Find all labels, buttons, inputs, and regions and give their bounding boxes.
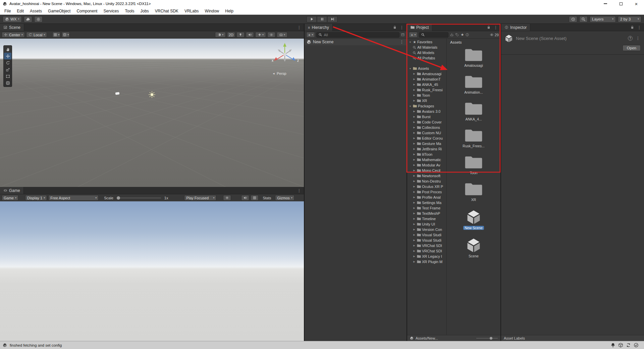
transform-tool-button[interactable]: [4, 80, 11, 86]
gizmos-dropdown[interactable]: Gizmos▾: [275, 195, 294, 201]
tree-asset-folder[interactable]: ▶ Rusk_Freesi: [407, 87, 446, 93]
menu-item[interactable]: GameObject: [45, 9, 73, 13]
window-icon[interactable]: [401, 33, 405, 37]
project-asset-item[interactable]: Scene: [465, 237, 482, 258]
hidden-items-count[interactable]: 29: [490, 33, 499, 37]
stats-toggle[interactable]: Stats: [263, 196, 271, 200]
tasks-complete-icon[interactable]: [634, 343, 639, 348]
tree-package-folder[interactable]: ▶ Collections: [407, 125, 446, 130]
status-message[interactable]: finshed fetching and set config: [10, 343, 62, 347]
tree-package-folder[interactable]: ▶ Unity UI: [407, 221, 446, 227]
directional-light-gizmo[interactable]: [148, 91, 156, 98]
display-dropdown[interactable]: Display 1▾: [25, 195, 47, 201]
tree-asset-folder[interactable]: ▶ XR: [407, 98, 446, 103]
foldout-closed-icon[interactable]: ▶: [413, 99, 416, 102]
screenshot-button[interactable]: [223, 195, 231, 201]
tree-asset-folder[interactable]: ▶ Amatousagi: [407, 71, 446, 77]
tree-favorite-item[interactable]: All Models: [407, 50, 446, 55]
foldout-closed-icon[interactable]: ▶: [413, 196, 416, 199]
play-focused-dropdown[interactable]: Play Focused▾: [184, 195, 216, 201]
tree-package-folder[interactable]: ▶ Editor Corou: [407, 136, 446, 141]
tree-asset-folder[interactable]: ▶ AnimationT: [407, 77, 446, 82]
rotate-tool-button[interactable]: [4, 59, 11, 66]
menu-item[interactable]: Tools: [122, 9, 137, 13]
mute-audio-toggle[interactable]: [241, 195, 249, 201]
foldout-closed-icon[interactable]: ▶: [413, 228, 416, 231]
favorites-filter-icon[interactable]: ★: [461, 33, 464, 37]
hierarchy-search[interactable]: [316, 32, 399, 38]
preferences-button[interactable]: [34, 16, 43, 22]
foldout-closed-icon[interactable]: ▶: [413, 72, 416, 75]
breadcrumb[interactable]: Assets/New...: [416, 336, 438, 340]
tree-package-folder[interactable]: ▶ Settings Ma: [407, 200, 446, 205]
project-asset-item[interactable]: XR: [465, 182, 483, 202]
menu-item[interactable]: Window: [202, 9, 222, 13]
tab-project[interactable]: Project: [407, 24, 432, 31]
undo-history-button[interactable]: [569, 16, 577, 22]
tree-favorites-root[interactable]: ▼ ★ Favorites: [407, 39, 446, 45]
tree-package-folder[interactable]: ▶ Avatars 3.0: [407, 109, 446, 114]
project-asset-item[interactable]: ANKA_4...: [464, 101, 483, 121]
maximize-button[interactable]: [613, 0, 629, 7]
menu-item[interactable]: Jobs: [137, 9, 152, 13]
foldout-open-icon[interactable]: ▼: [409, 41, 412, 43]
foldout-closed-icon[interactable]: ▶: [413, 164, 416, 166]
tree-package-folder[interactable]: ▶ Newtonsoft: [407, 173, 446, 179]
project-asset-item[interactable]: Rusk_Frees...: [461, 128, 486, 148]
inspector-menu-kebab[interactable]: ⋮: [637, 25, 642, 30]
tree-package-folder[interactable]: ▶ Gesture Ma: [407, 141, 446, 146]
foldout-closed-icon[interactable]: ▶: [413, 201, 416, 204]
open-button[interactable]: Open: [623, 45, 641, 51]
foldout-closed-icon[interactable]: ▶: [413, 260, 416, 263]
tree-assets-root[interactable]: ▼ Assets: [407, 66, 446, 71]
package-manager-icon[interactable]: [618, 343, 623, 348]
foldout-closed-icon[interactable]: ▶: [413, 223, 416, 226]
tree-package-folder[interactable]: ▶ Mono Cecil: [407, 168, 446, 173]
menu-item[interactable]: File: [1, 9, 14, 13]
grid-snap-toggle[interactable]: ▾: [52, 32, 60, 38]
refresh-icon[interactable]: [626, 343, 631, 348]
project-asset-item[interactable]: Toon: [465, 155, 483, 175]
tree-package-folder[interactable]: ▶ Oculus XR P: [407, 184, 446, 189]
tree-package-folder[interactable]: ▶ Visual Studi: [407, 238, 446, 243]
foldout-closed-icon[interactable]: ▶: [413, 169, 416, 172]
draw-mode-dropdown[interactable]: ▾: [215, 32, 226, 38]
tree-package-folder[interactable]: ▶ XR Legacy I: [407, 254, 446, 259]
tree-package-folder[interactable]: ▶ JetBrains Ri: [407, 146, 446, 152]
layout-dropdown[interactable]: 2 by 3▾: [618, 16, 641, 22]
tree-package-folder[interactable]: ▶ Modular Av: [407, 162, 446, 168]
pause-button[interactable]: [317, 16, 327, 22]
tree-package-folder[interactable]: ▶ Custom NU: [407, 130, 446, 136]
search-button[interactable]: [579, 16, 588, 22]
cloud-button[interactable]: [24, 16, 32, 22]
tree-asset-folder[interactable]: ▶ ANKA_45: [407, 82, 446, 87]
tree-package-folder[interactable]: ▶ XR Plugin M: [407, 259, 446, 264]
tab-game[interactable]: Game: [0, 187, 24, 194]
tree-package-folder[interactable]: ▶ Post Proces: [407, 189, 446, 195]
tree-package-folder[interactable]: ▶ Profile Anal: [407, 195, 446, 200]
hierarchy-scene-row[interactable]: New Scene ⋮: [305, 39, 407, 45]
tree-asset-folder[interactable]: ▶ Toon: [407, 93, 446, 98]
scene-camera-dropdown[interactable]: ▾: [277, 32, 287, 38]
lock-icon[interactable]: [487, 26, 491, 29]
scene-orientation-gizmo[interactable]: x z: [266, 40, 303, 67]
scene-lighting-toggle[interactable]: [236, 32, 245, 38]
foldout-closed-icon[interactable]: ▶: [413, 78, 416, 81]
hierarchy-menu-kebab[interactable]: ⋮: [399, 25, 405, 30]
effects-dropdown[interactable]: ▾: [255, 32, 266, 38]
menu-item[interactable]: VRChat SDK: [152, 9, 181, 13]
tree-packages-root[interactable]: ▼ Packages: [407, 103, 446, 109]
notifications-icon[interactable]: [610, 343, 615, 348]
label-tag-icon[interactable]: [455, 33, 459, 37]
foldout-closed-icon[interactable]: ▶: [413, 153, 416, 156]
foldout-closed-icon[interactable]: ▶: [413, 94, 416, 97]
foldout-closed-icon[interactable]: ▶: [413, 255, 416, 258]
menu-item[interactable]: Services: [100, 9, 122, 13]
tab-hierarchy[interactable]: ≡ Hierarchy: [305, 24, 333, 31]
asset-labels-bar[interactable]: Asset Labels: [501, 335, 644, 341]
inspector-header-kebab[interactable]: ⋮: [635, 36, 641, 41]
tree-package-folder[interactable]: ▶ Timeline: [407, 216, 446, 221]
tree-package-folder[interactable]: ▶ Mathematic: [407, 157, 446, 162]
foldout-closed-icon[interactable]: ▶: [413, 191, 416, 193]
tree-package-folder[interactable]: ▶ Visual Studi: [407, 232, 446, 238]
